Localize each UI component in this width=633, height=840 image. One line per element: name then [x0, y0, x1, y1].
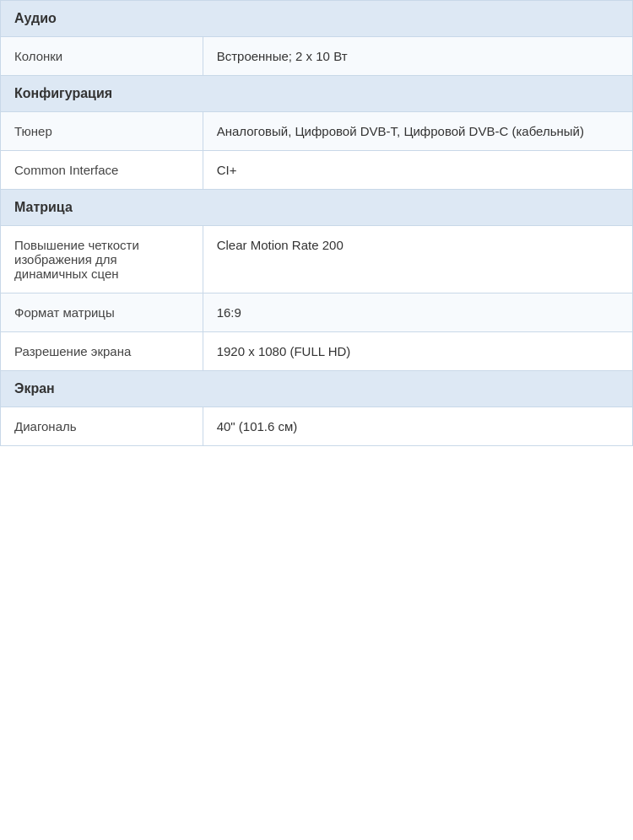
table-row: Диагональ40" (101.6 см) — [1, 407, 633, 446]
spec-value: Встроенные; 2 х 10 Вт — [203, 37, 632, 76]
spec-label: Диагональ — [1, 407, 203, 446]
table-row: ТюнерАналоговый, Цифровой DVB-T, Цифрово… — [1, 112, 633, 151]
table-row: Формат матрицы16:9 — [1, 293, 633, 332]
section-header: Аудио — [1, 1, 633, 37]
spec-value: Аналоговый, Цифровой DVB-T, Цифровой DVB… — [203, 112, 632, 151]
spec-value: 40" (101.6 см) — [203, 407, 632, 446]
table-row: Повышение четкости изображения для динам… — [1, 226, 633, 293]
section-header: Экран — [1, 371, 633, 407]
section-header: Конфигурация — [1, 76, 633, 112]
spec-label: Common Interface — [1, 151, 203, 190]
spec-label: Колонки — [1, 37, 203, 76]
spec-label: Разрешение экрана — [1, 332, 203, 371]
spec-value: Clear Motion Rate 200 — [203, 226, 632, 293]
spec-label: Формат матрицы — [1, 293, 203, 332]
section-header-label: Матрица — [1, 190, 633, 226]
spec-label: Тюнер — [1, 112, 203, 151]
section-header-label: Экран — [1, 371, 633, 407]
section-header-label: Аудио — [1, 1, 633, 37]
spec-value: CI+ — [203, 151, 632, 190]
spec-label: Повышение четкости изображения для динам… — [1, 226, 203, 293]
table-row: КолонкиВстроенные; 2 х 10 Вт — [1, 37, 633, 76]
spec-value: 1920 x 1080 (FULL HD) — [203, 332, 632, 371]
table-row: Common InterfaceCI+ — [1, 151, 633, 190]
spec-value: 16:9 — [203, 293, 632, 332]
section-header-label: Конфигурация — [1, 76, 633, 112]
section-header: Матрица — [1, 190, 633, 226]
table-row: Разрешение экрана1920 x 1080 (FULL HD) — [1, 332, 633, 371]
specs-table: АудиоКолонкиВстроенные; 2 х 10 ВтКонфигу… — [0, 0, 633, 446]
